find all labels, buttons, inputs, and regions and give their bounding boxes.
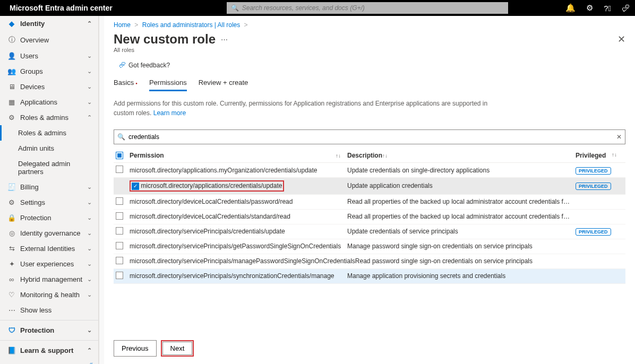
col-description[interactable]: Description↑↓	[347, 152, 576, 159]
permission-desc: Update application credentials	[347, 182, 576, 189]
col-permission[interactable]: Permission↑↓	[130, 152, 347, 159]
sidebar-item-overview[interactable]: ⓘOverview	[0, 31, 98, 48]
row-checkbox[interactable]	[132, 183, 139, 190]
learn-icon: 📘	[6, 346, 17, 354]
chevron-down-icon: ⌄	[87, 68, 92, 75]
ellipsis-icon: ⋯	[6, 306, 17, 314]
table-row[interactable]: microsoft.directory/applications.myOrgan…	[114, 163, 625, 178]
next-button[interactable]: Next	[162, 342, 193, 355]
sidebar-label: Learn & support	[20, 346, 87, 354]
footer-buttons: Previous Next	[104, 334, 635, 364]
sidebar-item-identity-governance[interactable]: ◎Identity governance⌄	[0, 226, 98, 241]
user-exp-icon: ✦	[6, 260, 17, 268]
sidebar-item-roles[interactable]: ⚙Roles & admins⌃	[0, 110, 98, 125]
sidebar-item-external-identities[interactable]: ⇆External Identities⌄	[0, 241, 98, 256]
sidebar-item-show-less[interactable]: ⋯Show less	[0, 302, 98, 318]
col-label: Permission	[130, 152, 164, 159]
devices-icon: 🖥	[6, 83, 17, 91]
crumb-roles[interactable]: Roles and administrators | All roles	[142, 21, 241, 29]
feedback-label: Got feedback?	[128, 62, 170, 69]
groups-icon: 👥	[6, 67, 17, 75]
tab-basics[interactable]: Basics	[114, 75, 138, 91]
chevron-right-icon: >	[134, 21, 138, 29]
row-checkbox[interactable]	[116, 272, 123, 279]
collapse-sidebar-icon[interactable]: «	[0, 358, 98, 364]
sidebar-sub-roles[interactable]: Roles & admins	[0, 125, 98, 141]
breadcrumb: Home > Roles and administrators | All ro…	[104, 16, 635, 32]
sidebar-label: Roles & admins	[18, 129, 92, 137]
tabs: Basics Permissions Review + create	[104, 75, 635, 93]
table-row[interactable]: microsoft.directory/deviceLocalCredentia…	[114, 210, 625, 224]
sidebar-sub-delegated[interactable]: Delegated admin partners	[0, 156, 98, 179]
sidebar: ◆ Identity ⌃ ⓘOverview 👤Users⌄ 👥Groups⌄ …	[0, 16, 99, 364]
permission-name: microsoft.directory/servicePrincipals/ma…	[130, 257, 355, 265]
sidebar-item-user-experiences[interactable]: ✦User experiences⌄	[0, 256, 98, 272]
search-input[interactable]	[242, 4, 504, 12]
sidebar-item-monitoring[interactable]: ♡Monitoring & health⌄	[0, 287, 98, 302]
sort-icon[interactable]: ↑↓	[336, 153, 347, 159]
sidebar-item-identity[interactable]: ◆ Identity ⌃	[0, 16, 98, 31]
sidebar-item-groups[interactable]: 👥Groups⌄	[0, 64, 98, 79]
row-checkbox[interactable]	[116, 212, 123, 220]
sidebar-item-protection[interactable]: 🔒Protection⌄	[0, 210, 98, 226]
row-checkbox[interactable]	[116, 227, 123, 235]
sidebar-item-billing[interactable]: 🧾Billing⌄	[0, 179, 98, 195]
chevron-down-icon: ⌄	[87, 291, 92, 298]
table-row[interactable]: microsoft.directory/deviceLocalCredentia…	[114, 195, 625, 210]
help-icon[interactable]: ?⃝	[604, 4, 611, 13]
row-checkbox[interactable]	[116, 166, 123, 173]
sidebar-item-settings[interactable]: ⚙Settings⌄	[0, 195, 98, 210]
table-row[interactable]: microsoft.directory/applications/credent…	[114, 178, 625, 195]
sidebar-sub-admin-units[interactable]: Admin units	[0, 141, 98, 156]
sidebar-label: Hybrid management	[20, 275, 87, 283]
notifications-icon[interactable]: 🔔	[565, 3, 576, 13]
sidebar-item-learn[interactable]: 📘Learn & support⌃	[0, 343, 98, 358]
crumb-home[interactable]: Home	[114, 21, 131, 29]
page-subtitle: All roles	[104, 47, 635, 58]
chevron-down-icon: ⌄	[87, 327, 92, 334]
global-search[interactable]: 🔍	[227, 2, 508, 14]
divider	[0, 340, 98, 341]
sort-icon[interactable]: ↑↓	[612, 152, 623, 158]
permission-search-input[interactable]	[128, 133, 616, 141]
sidebar-item-hybrid[interactable]: ∞Hybrid management⌄	[0, 272, 98, 287]
chevron-down-icon: ⌄	[87, 214, 92, 221]
sidebar-item-users[interactable]: 👤Users⌄	[0, 48, 98, 64]
tab-review[interactable]: Review + create	[199, 75, 248, 91]
previous-button[interactable]: Previous	[114, 340, 157, 357]
sidebar-label: Settings	[20, 198, 87, 206]
sidebar-item-applications[interactable]: ▦Applications⌄	[0, 94, 98, 110]
table-row[interactable]: microsoft.directory/servicePrincipals/ma…	[114, 254, 625, 269]
sort-icon[interactable]: ↑↓	[382, 153, 394, 159]
table-row[interactable]: microsoft.directory/servicePrincipals/sy…	[114, 269, 625, 284]
tab-description: Add permissions for this custom role. Cu…	[104, 93, 508, 121]
feedback-link[interactable]: 🗪 Got feedback?	[104, 58, 635, 75]
sidebar-label: Devices	[20, 83, 87, 91]
select-all-checkbox[interactable]	[116, 152, 123, 159]
clear-search-icon[interactable]: ✕	[616, 133, 622, 141]
learn-more-link[interactable]: Learn more	[153, 109, 186, 117]
row-checkbox[interactable]	[116, 257, 123, 264]
permission-desc: Read all properties of the backed up loc…	[347, 213, 576, 220]
sidebar-label: Protection	[20, 326, 87, 334]
search-icon: 🔍	[231, 4, 239, 12]
settings-icon: ⚙	[6, 198, 17, 206]
chevron-down-icon: ⌄	[87, 99, 92, 106]
more-actions-icon[interactable]: ⋯	[221, 36, 228, 44]
sidebar-item-devices[interactable]: 🖥Devices⌄	[0, 79, 98, 94]
feedback-icon[interactable]: 🗪	[622, 4, 630, 13]
chevron-up-icon: ⌃	[87, 347, 92, 354]
permission-search[interactable]: 🔍 ✕	[114, 129, 625, 144]
row-checkbox[interactable]	[116, 197, 123, 205]
row-checkbox[interactable]	[116, 242, 123, 249]
table-row[interactable]: microsoft.directory/servicePrincipals/cr…	[114, 224, 625, 239]
sidebar-label: Delegated admin partners	[18, 160, 92, 176]
settings-icon[interactable]: ⚙	[586, 3, 593, 13]
tab-permissions[interactable]: Permissions	[149, 75, 187, 91]
table-row[interactable]: microsoft.directory/servicePrincipals/ge…	[114, 239, 625, 254]
close-icon[interactable]: ✕	[617, 33, 625, 45]
sidebar-item-protection-section[interactable]: 🛡Protection⌄	[0, 323, 98, 338]
chevron-down-icon: ⌄	[87, 184, 92, 190]
col-privileged[interactable]: Privileged↑↓	[576, 152, 623, 159]
sidebar-label-identity: Identity	[20, 20, 87, 28]
